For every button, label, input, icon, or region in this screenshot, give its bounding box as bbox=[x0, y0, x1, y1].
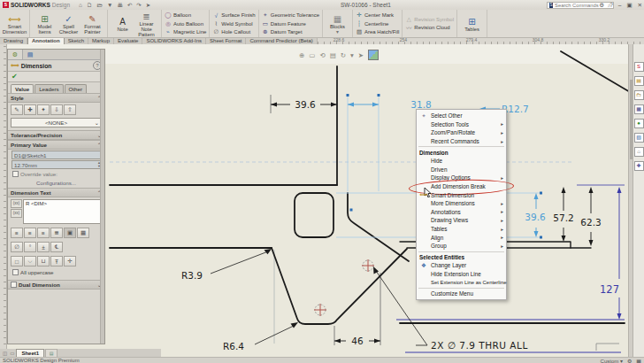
menu-item-hide[interactable]: Hide bbox=[417, 157, 506, 166]
diameter-symbol-icon[interactable]: ∅ bbox=[11, 242, 23, 252]
dim-39-6-top[interactable]: 39.6 bbox=[295, 99, 316, 110]
area-hatch-fill-button[interactable]: ▨Area Hatch/Fill bbox=[356, 28, 399, 36]
menu-item-display-options[interactable]: Display Options▸ bbox=[417, 174, 506, 182]
tolerance-section-header[interactable]: Tolerance/Precision⌄ bbox=[8, 130, 104, 140]
tab-leaders[interactable]: Leaders bbox=[34, 84, 63, 93]
select-icon[interactable]: ➤ bbox=[146, 2, 150, 9]
undo-icon[interactable]: ↶ bbox=[127, 2, 132, 9]
status-grid-icon[interactable]: ▦ bbox=[636, 358, 641, 363]
dimension-r3-9[interactable]: R3.9 bbox=[181, 249, 272, 281]
menu-item-selection-tools[interactable]: Selection Tools▸ bbox=[417, 120, 506, 129]
cad-models-icon[interactable]: ✚ bbox=[634, 161, 644, 171]
sheet-nav2-icon[interactable]: ▭ bbox=[9, 351, 15, 356]
section-view-icon[interactable]: ▤ bbox=[330, 51, 336, 59]
hole-center-marks[interactable] bbox=[314, 259, 374, 316]
save-icon[interactable]: ▼ bbox=[107, 2, 112, 9]
countersink-symbol-icon[interactable]: ⌵ bbox=[24, 256, 36, 266]
dim-46[interactable]: 46 bbox=[351, 336, 364, 346]
status-gear-icon[interactable]: ⚙ bbox=[627, 358, 632, 363]
smart-dimension-button[interactable]: ⟺Smart Dimension bbox=[3, 13, 27, 35]
plus-minus-symbol-icon[interactable]: ± bbox=[37, 242, 50, 252]
override-checkbox[interactable] bbox=[12, 171, 19, 177]
all-uppercase-checkbox[interactable] bbox=[12, 269, 19, 275]
menu-item-more-dimensions[interactable]: More Dimensions▸ bbox=[417, 199, 506, 208]
dim-57-2[interactable]: 57.2 bbox=[553, 212, 573, 223]
configurations-link[interactable]: Configurations... bbox=[8, 178, 104, 188]
dimension-127[interactable]: 127 bbox=[600, 187, 621, 320]
counterbore-symbol-icon[interactable]: ⊔ bbox=[37, 256, 50, 266]
print-icon[interactable]: 🖶 bbox=[117, 2, 123, 9]
new-document-icon[interactable]: 🗋 bbox=[87, 2, 93, 9]
menu-item-align[interactable]: Align▸ bbox=[417, 233, 506, 242]
dimension-text-input[interactable]: R <DIM> bbox=[23, 199, 102, 224]
menu-item-select-other[interactable]: ⌖Select Other bbox=[417, 112, 506, 120]
linear-note-pattern-button[interactable]: ≣Linear Note Pattern bbox=[134, 11, 158, 37]
zoom-fit-icon[interactable]: ⊕ bbox=[299, 51, 304, 59]
more-symbols-icon[interactable]: ✛ bbox=[64, 256, 76, 266]
close-icon[interactable]: ✕ bbox=[638, 2, 642, 9]
tables-button[interactable]: ⊞Tables bbox=[460, 16, 484, 32]
centerline-symbol-icon[interactable]: ℄ bbox=[50, 242, 63, 252]
open-icon[interactable]: 🗁 bbox=[96, 2, 103, 9]
magnetic-line-button[interactable]: ⌁Magnetic Line bbox=[165, 28, 206, 36]
square-symbol-icon[interactable]: □ bbox=[11, 256, 23, 266]
center-mark-button[interactable]: ✛Center Mark bbox=[356, 12, 399, 19]
zoom-area-icon[interactable]: ▭ bbox=[309, 51, 315, 59]
menu-item-driven[interactable]: Driven bbox=[417, 166, 506, 174]
primary-value-section-header[interactable]: Primary Value⌃ bbox=[8, 140, 104, 150]
surface-finish-button[interactable]: √Surface Finish bbox=[212, 12, 255, 19]
custom-properties-icon[interactable]: ▧ bbox=[634, 133, 644, 143]
menu-item-customize-menu[interactable]: Customize Menu bbox=[417, 290, 506, 298]
dual-dimension-section-header[interactable]: Dual Dimension⌄ bbox=[8, 280, 104, 290]
blocks-button[interactable]: ▦Blocks▾ bbox=[326, 13, 349, 35]
style-save-icon[interactable]: ⇩ bbox=[50, 104, 63, 115]
menu-item-group[interactable]: Group▸ bbox=[417, 242, 506, 251]
menu-item-smart-dimension[interactable]: ⟺Smart Dimension bbox=[417, 190, 506, 199]
paren-chip2-icon[interactable]: (xx) bbox=[11, 209, 22, 218]
style-section-header[interactable]: Style⌃ bbox=[8, 93, 104, 103]
dim-r3-9[interactable]: R3.9 bbox=[181, 270, 203, 281]
file-explorer-icon[interactable]: 🗀 bbox=[634, 90, 644, 100]
dimension-value-field[interactable]: 12.70mm ▲▼ bbox=[12, 160, 101, 169]
align-left-icon[interactable]: ≡ bbox=[11, 228, 23, 238]
arrow-icon[interactable]: ➤ bbox=[358, 51, 364, 59]
menu-item-tables[interactable]: Tables▸ bbox=[417, 225, 506, 234]
help-icon[interactable]: ? bbox=[610, 2, 613, 8]
tab-command-predictor[interactable]: Command Predictor (Beta) bbox=[246, 37, 317, 44]
paren-chip-icon[interactable]: (xx) bbox=[11, 199, 22, 208]
view-palette-icon[interactable]: ▦ bbox=[634, 104, 644, 114]
previous-view-icon[interactable]: ⟲ bbox=[319, 51, 325, 59]
style-apply-default-icon[interactable]: ✎ bbox=[11, 104, 23, 115]
panel-scrollbar[interactable] bbox=[100, 50, 104, 344]
hole-callout-button[interactable]: ∅Hole Callout bbox=[212, 28, 255, 36]
text-frame-icon[interactable]: ▦ bbox=[77, 228, 89, 238]
dimension-text-section-header[interactable]: Dimension Text⌃ bbox=[8, 188, 104, 197]
menu-item-annotations[interactable]: Annotations▸ bbox=[417, 208, 506, 217]
tab-other[interactable]: Other bbox=[65, 84, 87, 93]
dim-62-3[interactable]: 62.3 bbox=[580, 217, 601, 228]
centerline-button[interactable]: ┆Centerline bbox=[356, 19, 399, 27]
menu-item-add-dimension-break[interactable]: Add Dimension Break bbox=[417, 182, 506, 191]
solidworks-resources-icon[interactable]: S bbox=[634, 62, 644, 72]
display-filter-icon[interactable] bbox=[368, 50, 379, 60]
style-dropdown[interactable]: <NONE>⌄ bbox=[11, 118, 102, 127]
menu-item-recent-commands[interactable]: Recent Commands▸ bbox=[417, 137, 506, 146]
revision-cloud-button[interactable]: 〰Revision Cloud bbox=[405, 24, 454, 32]
geometric-tolerance-button[interactable]: ⌖Geometric Tolerance bbox=[262, 12, 319, 19]
format-painter-button[interactable]: ✎Format Painter bbox=[80, 13, 104, 35]
all-uppercase-row[interactable]: All uppercase bbox=[8, 268, 104, 276]
dimension-62-3[interactable]: 62.3 bbox=[580, 187, 601, 246]
weld-symbol-button[interactable]: ⌇Weld Symbol bbox=[212, 19, 255, 27]
tab-value[interactable]: Value bbox=[11, 84, 34, 93]
dim-hole-callout[interactable]: 2X ∅ 7.9 THRU ALL bbox=[431, 340, 528, 351]
rotate-view-icon[interactable]: ↻ bbox=[341, 51, 346, 59]
forum-icon[interactable]: ⌂ bbox=[634, 147, 644, 157]
dim-r6-4[interactable]: R6.4 bbox=[223, 341, 244, 351]
spell-checker-button[interactable]: ✓Spell Checker bbox=[57, 13, 80, 35]
add-sheet-tab[interactable]: ▤ bbox=[45, 349, 58, 358]
menu-item-change-layer[interactable]: ❖Change Layer bbox=[417, 261, 506, 270]
tab-sketch[interactable]: Sketch bbox=[65, 37, 88, 44]
menu-item-zoom-pan-rotate[interactable]: Zoom/Pan/Rotate▸ bbox=[417, 128, 506, 137]
style-load-icon[interactable]: ⇧ bbox=[64, 104, 76, 115]
datum-feature-button[interactable]: ▭Datum Feature bbox=[262, 19, 319, 27]
